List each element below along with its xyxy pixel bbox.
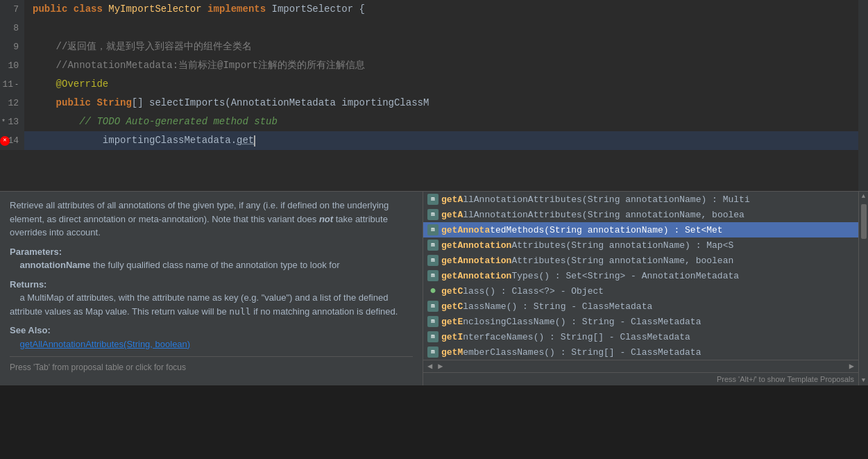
code-line-10: 10 //AnnotationMetadata:当前标注@Import注解的类的…	[0, 56, 868, 75]
line-number-10: 10	[0, 56, 24, 75]
javadoc-footer: Press 'Tab' from proposal table or click…	[10, 356, 413, 374]
javadoc-returns-section: Returns: a MultiMap of attributes, with …	[10, 278, 413, 319]
method-icon: m	[427, 194, 439, 205]
scroll-left-icon[interactable]: ◀	[425, 361, 435, 372]
line-content-14: importingClassMetadata.get	[24, 131, 255, 150]
line-number-13: *13	[0, 112, 24, 131]
code-editor[interactable]: 7 public class MyImportSelector implemen…	[0, 0, 868, 191]
scroll-up-button[interactable]: ▲	[859, 192, 869, 201]
completion-text-8: getClassName() : String - ClassMetadata	[441, 301, 652, 312]
javadoc-see-also-section: See Also: getAllAnnotationAttributes(Str…	[10, 324, 413, 351]
green-circle-icon: ●	[427, 285, 439, 297]
line-content-8	[24, 19, 38, 37]
code-line-9: 9 //返回值，就是到导入到容器中的组件全类名	[0, 37, 868, 56]
line-content-7: public class MyImportSelector implements…	[24, 0, 365, 19]
completion-item-7[interactable]: ● getClass() : Class<?> - Object	[423, 283, 858, 299]
line-number-14: ✕ 14	[0, 131, 24, 150]
completion-text-6: getAnnotationTypes() : Set<String> - Ann…	[441, 271, 739, 281]
code-line-8: 8	[0, 19, 868, 37]
scrollbar-track	[859, 201, 868, 376]
javadoc-panel: Retrieve all attributes of all annotatio…	[0, 192, 423, 385]
completion-scroll-row[interactable]: ◀ ▶ ▶	[423, 360, 858, 372]
completion-item-10[interactable]: m getInterfaceNames() : String[] - Class…	[423, 329, 858, 344]
scroll-right-icon[interactable]: ▶	[435, 361, 445, 372]
completion-list-panel[interactable]: m getAllAnnotationAttributes(String anno…	[423, 192, 858, 385]
line-number-11: 11-	[0, 75, 24, 94]
line-number-9: 9	[0, 37, 24, 56]
line-content-12: public String[] selectImports(Annotation…	[24, 94, 429, 112]
line-number-8: 8	[0, 19, 24, 37]
completion-text-4: getAnnotationAttributes(String annotatio…	[441, 240, 733, 251]
line-content-9: //返回值，就是到导入到容器中的组件全类名	[24, 37, 252, 56]
javadoc-see-also-link[interactable]: getAllAnnotationAttributes(String, boole…	[19, 339, 190, 349]
javadoc-returns-title: Returns:	[10, 279, 46, 290]
method-icon: m	[427, 270, 439, 281]
code-line-13: *13 // TODO Auto-generated method stub	[0, 112, 868, 131]
line-content-11: @Override	[24, 75, 108, 94]
line-content-13: // TODO Auto-generated method stub	[24, 112, 278, 131]
expand-icon[interactable]: ▶	[846, 361, 857, 372]
completion-item-8[interactable]: m getClassName() : String - ClassMetadat…	[423, 299, 858, 314]
method-icon: m	[427, 209, 439, 220]
completion-item-4[interactable]: m getAnnotationAttributes(String annotat…	[423, 237, 858, 253]
method-icon: m	[427, 331, 439, 342]
completion-item-3[interactable]: m getAnnotatedMethods(String annotationN…	[423, 222, 858, 237]
line-number-7: 7	[0, 0, 24, 19]
completion-item-5[interactable]: m getAnnotationAttributes(String annotat…	[423, 253, 858, 268]
method-icon: m	[427, 347, 439, 358]
javadoc-params-title: Parameters:	[10, 247, 62, 257]
method-icon: m	[427, 224, 439, 235]
scroll-down-button[interactable]: ▼	[859, 376, 869, 385]
completion-text-7: getClass() : Class<?> - Object	[441, 286, 604, 297]
completion-scrollbar[interactable]: ▲ ▼	[858, 192, 868, 385]
completion-text-9: getEnclosingClassName() : String - Class…	[441, 317, 701, 327]
completion-item-1[interactable]: m getAllAnnotationAttributes(String anno…	[423, 192, 858, 207]
completion-item-6[interactable]: m getAnnotationTypes() : Set<String> - A…	[423, 268, 858, 283]
completion-item-9[interactable]: m getEnclosingClassName() : String - Cla…	[423, 314, 858, 329]
completion-text-5: getAnnotationAttributes(String annotatio…	[441, 256, 733, 266]
line-number-12: 12	[0, 94, 24, 112]
javadoc-see-title: See Also:	[10, 325, 51, 335]
javadoc-param-name: annotationName	[19, 260, 90, 270]
completion-text-11: getMemberClassNames() : String[] - Class…	[441, 347, 701, 358]
javadoc-params-section: Parameters: annotationName the fully qua…	[10, 245, 413, 272]
javadoc-returns-text: a MultiMap of attributes, with the attri…	[10, 292, 398, 317]
completion-footer: Press 'Alt+/' to show Template Proposals	[423, 372, 858, 385]
completion-text-1: getAllAnnotationAttributes(String annota…	[441, 194, 750, 205]
code-line-7: 7 public class MyImportSelector implemen…	[0, 0, 868, 19]
completion-item-11[interactable]: m getMemberClassNames() : String[] - Cla…	[423, 344, 858, 360]
line-content-10: //AnnotationMetadata:当前标注@Import注解的类的所有注…	[24, 56, 365, 75]
method-icon: m	[427, 316, 439, 327]
completion-text-3: getAnnotatedMethods(String annotationNam…	[441, 225, 723, 235]
completion-item-2[interactable]: m getAllAnnotationAttributes(String anno…	[423, 207, 858, 222]
completion-text-2: getAllAnnotationAttributes(String annota…	[441, 210, 744, 220]
method-icon: m	[427, 240, 439, 251]
code-line-11: 11- @Override	[0, 75, 868, 94]
code-line-12: 12 public String[] selectImports(Annotat…	[0, 94, 868, 112]
javadoc-description: Retrieve all attributes of all annotatio…	[10, 199, 413, 240]
completion-list[interactable]: m getAllAnnotationAttributes(String anno…	[423, 192, 858, 360]
method-icon: m	[427, 255, 439, 266]
editor-scrollbar[interactable]	[858, 0, 868, 191]
scrollbar-thumb[interactable]	[861, 204, 867, 239]
javadoc-param-desc: the fully qualified class name of the an…	[93, 260, 340, 270]
code-line-14: ✕ 14 importingClassMetadata.get	[0, 131, 868, 150]
completion-text-10: getInterfaceNames() : String[] - ClassMe…	[441, 332, 690, 342]
autocomplete-popup[interactable]: Retrieve all attributes of all annotatio…	[0, 191, 868, 385]
method-icon: m	[427, 301, 439, 312]
